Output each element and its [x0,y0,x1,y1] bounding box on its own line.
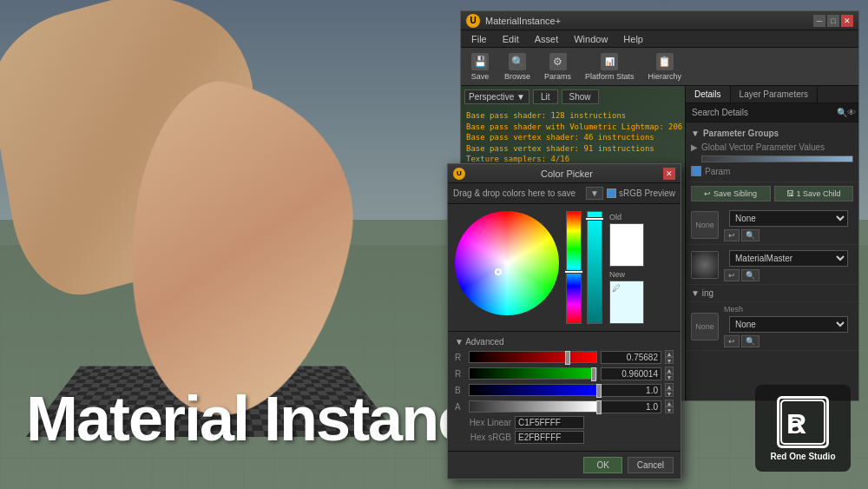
cp-ok-button[interactable]: OK [583,457,621,473]
menu-edit[interactable]: Edit [496,32,526,46]
cp-b-up[interactable]: ▲ [665,383,674,390]
window-title: MaterialInstance+ [485,16,813,26]
color-picker-dialog: U Color Picker ✕ Drag & drop colors here… [447,163,681,479]
cp-r-slider[interactable] [469,351,597,363]
menu-asset[interactable]: Asset [528,32,566,46]
menu-help[interactable]: Help [616,32,650,46]
cp-r-input[interactable] [601,351,661,364]
cp-brightness-bar[interactable] [587,211,602,324]
cp-titlebar: U Color Picker ✕ [448,164,681,183]
cp-g-down[interactable]: ▼ [665,373,674,380]
material-master-select[interactable]: MaterialMaster [729,250,848,267]
cp-new-swatch: 🖊 [609,281,644,324]
cp-advanced-section: ▼ Advanced R ▲ ▼ R ▲ ▼ [448,331,681,451]
minimize-button[interactable]: ─ [813,15,825,27]
cp-g-input[interactable] [601,367,661,380]
cp-r-thumb [565,351,570,365]
save-button[interactable]: 💾 Save [464,50,496,83]
platform-stats-icon: 📊 [601,53,618,70]
cp-old-swatch [609,223,644,267]
cp-close-button[interactable]: ✕ [663,168,675,180]
cp-b-slider[interactable] [469,384,597,396]
cp-a-down[interactable]: ▼ [665,406,674,413]
material-select[interactable]: None [729,210,848,227]
cp-b-input[interactable] [601,384,661,397]
mesh-select[interactable]: None [729,316,848,333]
layer-params-tab[interactable]: Layer Parameters [731,86,818,102]
show-button[interactable]: Show [562,89,599,104]
cp-bars [566,211,602,324]
mesh-search-btn[interactable]: 🔍 [741,335,760,347]
ros-svg: R S [779,399,826,446]
cp-a-input[interactable] [601,400,661,413]
cp-hue-bar[interactable] [566,211,582,324]
cp-wheel-area: Old New 🖊 [448,204,681,331]
cp-g-slider[interactable] [469,367,597,380]
parameter-groups-section: ▼ Parameter Groups ▶ Global Vector Param… [686,122,858,182]
cp-b-thumb [596,384,602,398]
search-input[interactable] [688,106,837,119]
details-tab[interactable]: Details [686,86,731,102]
save-child-button[interactable]: 🖫 1 Save Child [774,186,854,202]
cp-r-up[interactable]: ▲ [665,350,674,357]
cp-cancel-button[interactable]: Cancel [628,457,674,473]
details-panel: Details Layer Parameters 🔍 👁 ▼ Parameter… [685,86,858,400]
cp-hex-linear-row: Hex Linear [455,416,674,429]
mesh-label: Mesh [724,305,853,314]
cp-hex-srgb-input[interactable] [515,431,584,444]
menu-file[interactable]: File [464,32,494,46]
cp-a-slider[interactable] [469,400,597,413]
search-icon: 🔍 [837,108,847,117]
close-button[interactable]: ✕ [841,15,853,27]
mesh-select-row: None [724,314,853,335]
cp-b-label: B [455,386,465,395]
mesh-browse-btn[interactable]: ↩ [724,335,740,347]
mat-master-search-btn[interactable]: 🔍 [741,269,760,281]
material-master-select-row: MaterialMaster [724,248,853,269]
cp-a-up[interactable]: ▲ [665,400,674,406]
cp-a-thumb [596,400,602,414]
mat-browse-btn[interactable]: ↩ [724,229,740,241]
menu-bar: File Edit Asset Window Help [461,30,858,48]
cp-r-row: R ▲ ▼ [455,350,674,364]
lit-button[interactable]: Lit [533,89,558,104]
cp-b-down[interactable]: ▼ [665,390,674,397]
platform-stats-button[interactable]: 📊 Platform Stats [580,50,640,83]
material-instance-text: Material Instance [26,383,503,454]
cp-swatches: Old New 🖊 [609,211,644,324]
material-master-item: MaterialMaster ↩ 🔍 [686,245,858,285]
params-button[interactable]: ⚙ Params [539,50,576,83]
color-wheel[interactable] [455,211,559,315]
toolbar: 💾 Save 🔍 Browse ⚙ Params 📊 Platform Stat… [461,48,858,86]
cp-logo: U [453,168,465,180]
param-slider[interactable] [701,155,853,162]
maximize-button[interactable]: □ [827,15,839,27]
cp-g-thumb [591,367,596,381]
eye-icon: 👁 [847,108,856,117]
browse-button[interactable]: 🔍 Browse [499,50,536,83]
cp-g-up[interactable]: ▲ [665,367,674,373]
cp-r-down[interactable]: ▼ [665,357,674,364]
cp-g-spinner: ▲ ▼ [665,367,674,380]
cp-arrow-dropdown[interactable]: ▼ [586,187,603,200]
cp-srgb-checkbox[interactable] [607,188,616,198]
cp-advanced-title: ▼ Advanced [455,337,674,347]
perspective-dropdown[interactable]: Perspective ▼ [464,89,529,104]
save-sibling-button[interactable]: ↩ Save Sibling [691,186,771,202]
mat-master-browse-btn[interactable]: ↩ [724,269,740,281]
red-one-studio-logo: R S Red One Studio [755,385,851,472]
cp-g-label: R [455,369,465,379]
cp-old-label: Old [609,211,644,221]
mat-search-btn[interactable]: 🔍 [741,229,760,241]
param-checkbox[interactable] [691,166,701,176]
cp-dragdrop-bar: Drag & drop colors here to save ▼ sRGB P… [448,183,681,204]
material-master-actions: ↩ 🔍 [724,269,853,281]
menu-window[interactable]: Window [567,32,615,46]
search-bar: 🔍 👁 [686,103,858,122]
cp-g-row: R ▲ ▼ [455,367,674,380]
cp-hex-linear-input[interactable] [515,416,584,429]
eyedropper-icon[interactable]: 🖊 [610,281,622,294]
hierarchy-button[interactable]: 📋 Hierarchy [643,50,687,83]
material-item: None None ↩ 🔍 [686,205,858,245]
material-none-thumb: None [691,211,719,239]
